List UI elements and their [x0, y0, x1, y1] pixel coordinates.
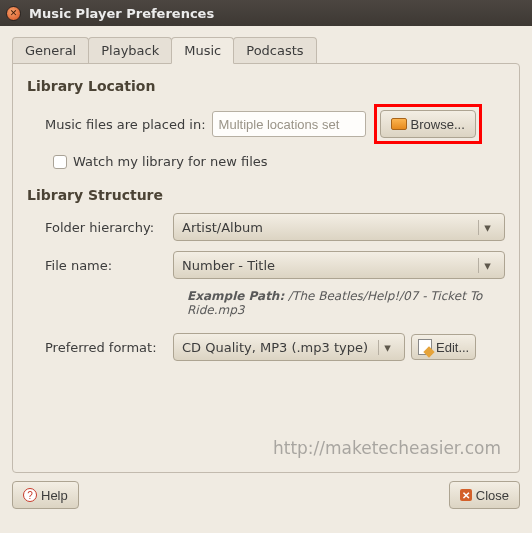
- tab-playback[interactable]: Playback: [88, 37, 172, 64]
- edit-label: Edit...: [436, 340, 469, 355]
- watch-library-row: Watch my library for new files: [27, 154, 505, 169]
- window-close-icon[interactable]: ✕: [6, 6, 21, 21]
- format-value: CD Quality, MP3 (.mp3 type): [182, 340, 368, 355]
- tab-panel: Library Location Music files are placed …: [12, 63, 520, 473]
- format-label: Preferred format:: [45, 340, 167, 355]
- file-label: File name:: [45, 258, 167, 273]
- dialog-footer: ? Help ✕ Close: [0, 473, 532, 519]
- chevron-down-icon: ▾: [378, 340, 396, 355]
- browse-highlight: Browse...: [374, 104, 482, 144]
- help-label: Help: [41, 488, 68, 503]
- folder-hierarchy-select[interactable]: Artist/Album ▾: [173, 213, 505, 241]
- edit-format-button[interactable]: Edit...: [411, 334, 476, 360]
- placed-label: Music files are placed in:: [45, 117, 206, 132]
- chevron-down-icon: ▾: [478, 220, 496, 235]
- close-label: Close: [476, 488, 509, 503]
- music-location-input[interactable]: [212, 111, 366, 137]
- library-location-heading: Library Location: [27, 78, 505, 94]
- watch-checkbox[interactable]: [53, 155, 67, 169]
- example-path: Example Path: /The Beatles/Help!/07 - Ti…: [27, 289, 505, 317]
- watch-label: Watch my library for new files: [73, 154, 268, 169]
- close-button[interactable]: ✕ Close: [449, 481, 520, 509]
- help-icon: ?: [23, 488, 37, 502]
- file-name-select[interactable]: Number - Title ▾: [173, 251, 505, 279]
- tabs: General Playback Music Podcasts: [12, 37, 520, 64]
- browse-label: Browse...: [411, 117, 465, 132]
- tab-music[interactable]: Music: [171, 37, 234, 64]
- watermark: http://maketecheasier.com: [273, 438, 501, 458]
- close-icon: ✕: [460, 489, 472, 501]
- folder-value: Artist/Album: [182, 220, 263, 235]
- music-location-row: Music files are placed in: Browse...: [27, 104, 505, 144]
- window-title: Music Player Preferences: [29, 6, 214, 21]
- browse-button[interactable]: Browse...: [380, 110, 476, 138]
- tab-podcasts[interactable]: Podcasts: [233, 37, 316, 64]
- chevron-down-icon: ▾: [478, 258, 496, 273]
- preferred-format-row: Preferred format: CD Quality, MP3 (.mp3 …: [27, 333, 505, 361]
- file-value: Number - Title: [182, 258, 275, 273]
- folder-icon: [391, 118, 407, 130]
- edit-icon: [418, 339, 432, 355]
- folder-hierarchy-row: Folder hierarchy: Artist/Album ▾: [27, 213, 505, 241]
- format-select[interactable]: CD Quality, MP3 (.mp3 type) ▾: [173, 333, 405, 361]
- library-structure-heading: Library Structure: [27, 187, 505, 203]
- help-button[interactable]: ? Help: [12, 481, 79, 509]
- file-name-row: File name: Number - Title ▾: [27, 251, 505, 279]
- tab-general[interactable]: General: [12, 37, 89, 64]
- titlebar: ✕ Music Player Preferences: [0, 0, 532, 26]
- content-area: General Playback Music Podcasts Library …: [0, 26, 532, 473]
- folder-label: Folder hierarchy:: [45, 220, 167, 235]
